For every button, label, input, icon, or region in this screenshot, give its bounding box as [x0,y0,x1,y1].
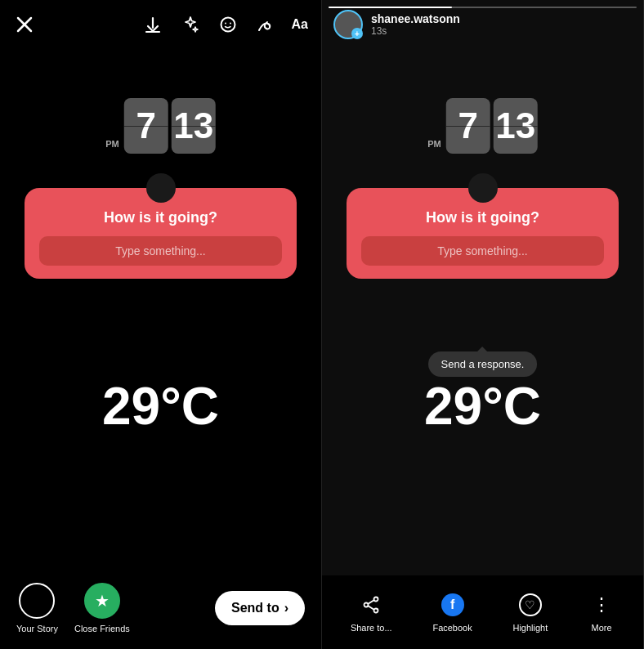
face-button[interactable] [217,13,239,36]
top-toolbar: Aa [0,0,321,49]
clock-period: PM [105,139,119,149]
star-icon: ★ [95,591,110,611]
right-question-card: How is it going? Type something... [347,188,619,279]
right-clock-minute: 13 [494,98,538,154]
svg-point-4 [225,23,226,25]
avatar: + [333,10,363,39]
facebook-icon: f [440,592,466,618]
more-action[interactable]: ⋮ More [588,592,615,633]
story-time: 13s [371,25,460,37]
toolbar-right: Aa [141,13,308,36]
right-header: + shanee.watsonn 13s [322,0,643,49]
temperature: 29°C [102,376,219,436]
clock-hour: 7 [124,98,168,154]
question-input[interactable]: Type something... [39,236,282,266]
highlight-icon: ♡ [517,592,543,618]
share-to-label: Share to... [351,623,392,633]
draw-button[interactable] [254,13,277,36]
more-icon: ⋮ [588,592,615,618]
question-title: How is it going? [104,209,217,226]
svg-point-5 [230,23,231,25]
close-button[interactable] [13,13,36,36]
username: shanee.watsonn [371,12,460,25]
right-question-title: How is it going? [426,209,539,226]
more-label: More [592,623,612,633]
send-response-tooltip: Send a response. [428,351,538,377]
toolbar-left [13,13,36,36]
question-card: How is it going? Type something... [25,188,297,279]
share-to-action[interactable]: Share to... [351,592,392,633]
highlight-action[interactable]: ♡ Highlight [512,592,548,633]
facebook-action[interactable]: f Facebook [432,592,472,633]
clock-minute: 13 [172,98,216,154]
right-temperature: 29°C [424,376,541,436]
svg-point-3 [221,18,235,32]
right-question-input[interactable]: Type something... [361,236,604,266]
your-story-option[interactable]: Your Story [16,583,58,633]
close-friends-circle: ★ [84,583,120,619]
right-flip-clock: PM 7 13 [427,98,538,154]
close-friends-label: Close Friends [74,624,130,633]
your-story-label: Your Story [16,624,58,633]
flip-clock: PM 7 13 [105,98,216,154]
download-button[interactable] [141,13,164,36]
facebook-label: Facebook [432,623,472,633]
bottom-bar-right: Share to... f Facebook ♡ Highlight ⋮ Mor… [322,575,643,649]
effects-button[interactable] [179,13,202,36]
close-friends-option[interactable]: ★ Close Friends [74,583,130,633]
user-info: shanee.watsonn 13s [371,12,460,37]
bottom-bar-left: Your Story ★ Close Friends Send to › [0,567,321,649]
send-to-button[interactable]: Send to › [215,591,305,625]
text-button[interactable]: Aa [292,13,308,36]
right-clock-hour: 7 [446,98,490,154]
svg-line-9 [369,600,374,604]
left-panel: Aa PM 7 13 How is it going? Type somethi… [0,0,322,649]
right-clock-period: PM [427,139,441,149]
right-panel: + shanee.watsonn 13s PM 7 13 How is it g… [322,0,644,649]
share-icon [358,592,384,618]
avatar-plus-icon: + [351,28,363,39]
highlight-label: Highlight [512,623,548,633]
svg-line-10 [369,606,374,610]
your-story-circle [19,583,55,619]
